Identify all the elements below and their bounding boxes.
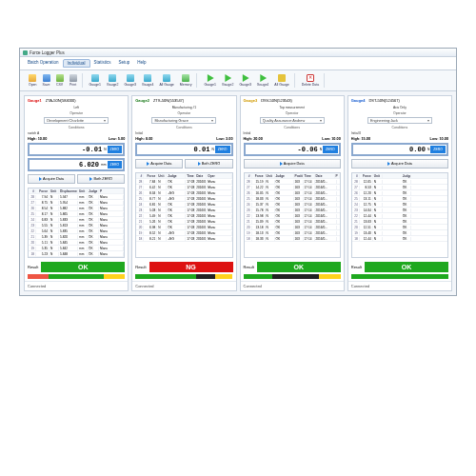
ribbon-all-gauge[interactable]: All Gauge <box>272 73 290 88</box>
reading-0: -0.06 N ZERO <box>244 143 341 156</box>
gauge-label: Gauge1 <box>28 98 42 103</box>
menu-individual[interactable]: Individual <box>63 59 90 68</box>
play-icon <box>198 162 201 166</box>
panels-container: Gauge1 ZTA-50N(584000) Left Operator Dev… <box>20 91 456 295</box>
menu-help[interactable]: Help <box>133 59 149 68</box>
table-row[interactable]: 188.21N+NG17:032016/02/27Manu <box>136 236 231 242</box>
ribbon-gauge2[interactable]: Gauge2 <box>105 73 120 88</box>
ribbon-all-gauge[interactable]: All Gauge <box>157 73 175 88</box>
result-bar <box>244 274 341 279</box>
ribbon-gauge4[interactable]: Gauge4 <box>140 73 155 88</box>
data-table: #ForceUnitJudge2812.65NOK278.53NOK2612.2… <box>351 172 448 258</box>
data-table: #ForceUnitJudgePositionTimeDateP2815.19N… <box>244 172 341 258</box>
data-table: #ForceUnitDisplacementUnitJudgeP287.94N5… <box>28 188 125 258</box>
gauge-icon <box>144 74 151 82</box>
reading-0: -0.01 N ZERO <box>28 143 125 156</box>
ribbon-save[interactable]: Save <box>41 73 52 88</box>
acquire-data-button[interactable]: Acquire Data <box>28 174 75 184</box>
both-zero-button[interactable]: Both ZERO <box>77 174 125 184</box>
ribbon-delete-data[interactable]: Delete Data <box>300 73 321 88</box>
both-zero-button[interactable]: Both ZERO <box>185 159 232 169</box>
acquire-data-button[interactable]: Acquire Data <box>351 159 448 169</box>
status: Connected <box>132 281 235 290</box>
panel-gauge4: Gauge4 DST-50N(524567) Axis Only Operato… <box>347 95 452 291</box>
ribbon-memory[interactable]: Memory <box>178 73 194 88</box>
ribbon: OpenSaveCSVPrintGauge1Gauge2Gauge3Gauge4… <box>20 69 456 91</box>
operator-dropdown[interactable]: Quality Assurance:Andrew <box>260 117 325 124</box>
zero-button[interactable]: ZERO <box>108 146 123 153</box>
operator-dropdown[interactable]: Engineering:Jack <box>367 117 432 124</box>
operator-dropdown[interactable]: Development:Charlotte <box>44 117 109 124</box>
gauge-icon <box>91 74 99 82</box>
acquire-data-button[interactable]: Acquire Data <box>244 159 341 169</box>
gauge-label: Gauge4 <box>351 98 366 103</box>
ribbon-gauge1[interactable]: Gauge1 <box>88 73 103 88</box>
model: DST-50N(524567) <box>368 98 399 103</box>
gauge-icon <box>109 74 116 82</box>
reading-0: 0.00 N ZERO <box>351 143 448 156</box>
panel-gauge1: Gauge1 ZTA-50N(584000) Left Operator Dev… <box>24 95 129 291</box>
app-window: Force Logger Plus Batch OperationIndivid… <box>19 48 457 296</box>
play-icon <box>242 74 249 82</box>
play-icon <box>224 74 231 82</box>
status: Connected <box>348 281 451 290</box>
open-icon <box>29 74 36 82</box>
ribbon-csv[interactable]: CSV <box>54 73 66 88</box>
result-bar <box>135 274 232 279</box>
zero-button[interactable]: ZERO <box>430 146 446 153</box>
reading-0: 0.01 N ZERO <box>135 143 232 156</box>
menu-setup[interactable]: Setup <box>115 59 134 68</box>
result-box: OK <box>257 262 341 272</box>
pause-icon <box>278 74 286 82</box>
operator-dropdown[interactable]: Manufacturing:Grace <box>151 117 216 124</box>
model: ZTA-50N(584000) <box>46 98 76 103</box>
result-bar <box>351 274 448 279</box>
ribbon-gauge3[interactable]: Gauge3 <box>237 73 252 88</box>
play-icon <box>280 162 283 166</box>
del-icon <box>307 74 314 82</box>
titlebar: Force Logger Plus <box>20 49 456 57</box>
play-icon <box>207 74 214 82</box>
ribbon-gauge3[interactable]: Gauge3 <box>123 73 138 88</box>
play-icon <box>39 177 42 181</box>
panel-gauge2: Gauge2 ZTS-50N(553547) Manufacturing #1 … <box>131 95 236 291</box>
mem-icon <box>182 74 189 82</box>
gauge-label: Gauge2 <box>135 98 149 103</box>
result-box: OK <box>41 262 125 272</box>
play-icon <box>89 177 92 181</box>
table-row[interactable]: 1818.33NOK16317:142016/0… <box>245 236 340 242</box>
panel-gauge3: Gauge3 DSV-50N(523543) Top measurement O… <box>240 95 345 291</box>
zero-button[interactable]: ZERO <box>215 146 230 153</box>
menu-batch-operation[interactable]: Batch Operation <box>24 59 63 68</box>
ribbon-gauge4[interactable]: Gauge4 <box>255 73 270 88</box>
window-title: Force Logger Plus <box>30 50 65 55</box>
data-table: #ForceUnitJudgeTimeDateOper287.84NOK17:0… <box>135 172 232 258</box>
gauge-label: Gauge3 <box>244 98 258 103</box>
app-icon <box>23 50 28 55</box>
zero-button[interactable]: ZERO <box>108 161 123 169</box>
acquire-data-button[interactable]: Acquire Data <box>135 159 183 169</box>
gauge-icon <box>127 74 134 82</box>
sub: Left <box>73 106 79 109</box>
play-icon <box>147 162 149 166</box>
print-icon <box>69 74 77 82</box>
ribbon-gauge2[interactable]: Gauge2 <box>220 73 235 88</box>
csv-icon <box>56 74 64 82</box>
ribbon-gauge1[interactable]: Gauge1 <box>202 73 217 88</box>
ribbon-print[interactable]: Print <box>68 73 79 88</box>
result-box: OK <box>365 262 448 272</box>
zero-button[interactable]: ZERO <box>323 146 338 153</box>
result-box: NG <box>149 262 233 272</box>
table-row[interactable]: 185.23N5.848mmOKManu <box>29 251 124 257</box>
sub: Top measurement <box>279 106 304 109</box>
reading-1: 6.020 mm ZERO <box>28 158 125 171</box>
gauge-icon <box>163 74 170 82</box>
table-row[interactable]: 1812.44NOK <box>352 236 447 242</box>
sub: Axis Only <box>393 106 407 109</box>
play-icon <box>387 162 390 166</box>
status: Connected <box>25 281 128 290</box>
result-bar <box>28 274 125 279</box>
model: DSV-50N(523543) <box>261 98 292 103</box>
ribbon-open[interactable]: Open <box>27 73 39 88</box>
menu-statistics[interactable]: Statistics <box>90 59 115 68</box>
